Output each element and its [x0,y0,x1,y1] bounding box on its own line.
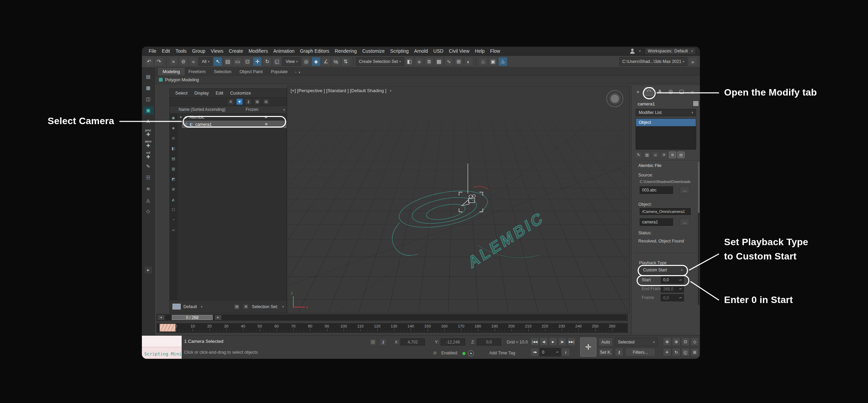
add-time-tag-button[interactable]: Add Time Tag [489,351,515,355]
motion-tab-icon[interactable]: ◎ [666,87,675,96]
select-and-link-icon[interactable]: ∝ [169,57,178,66]
current-frame-field[interactable]: 0 ▴▾ [540,348,561,356]
time-slider-handle[interactable]: 0 / 268 [172,315,213,320]
view-cube[interactable] [606,90,623,107]
go-to-end-button[interactable]: ▶▶| [567,337,576,346]
use-pivot-point-icon[interactable]: ◎ [302,57,311,66]
column-name-header[interactable]: Name (Sorted Ascending) [179,107,225,112]
utilities-tab-icon[interactable]: ☼ [688,87,697,96]
add-selection-set-icon[interactable]: ⊞ [243,303,249,310]
explorer-filter-icon[interactable]: ◧ [171,146,175,151]
user-account-icon[interactable] [630,49,635,54]
caret-down-icon[interactable]: ▾ [283,108,285,112]
maximize-viewport-icon[interactable]: ◱ [681,348,690,356]
next-frame-slider-button[interactable]: ► [215,315,222,320]
view-cube-sphere[interactable] [611,95,619,103]
explorer-filter-icon[interactable]: ◩ [171,177,175,181]
explorer-filter-icon[interactable]: ◔ [172,218,175,222]
track-bar[interactable]: 0102030405060708090100110120130140150160… [157,323,628,333]
navigation-pad-button[interactable]: ✛ [580,337,596,357]
menu-item[interactable]: USD [431,48,446,54]
unlink-selection-icon[interactable]: ⊘ [179,57,188,66]
ribbon-collapse-icon[interactable]: ▾ [298,70,300,74]
dock-misc-icon[interactable]: ◇ [143,207,153,216]
layer-manager-icon[interactable]: ≣ [425,57,433,66]
menu-item[interactable]: Edit [159,48,173,54]
browse-source-button[interactable]: ... [680,186,689,194]
dock-volume-icon[interactable]: vol ✚ [143,151,153,159]
menu-item[interactable]: Flow [487,48,503,54]
select-and-move-icon[interactable]: ✛ [253,57,262,66]
material-editor-icon[interactable]: ◐ [464,57,473,66]
zoom-icon[interactable]: ⊕ [663,337,671,346]
stack-item-object[interactable]: Object [636,119,696,126]
filter-icon[interactable]: ▼ [236,99,243,105]
menu-item[interactable]: Scripting [388,48,411,54]
menu-item[interactable]: Create [226,48,246,54]
menu-item[interactable]: Tools [173,48,190,54]
explorer-menu-item[interactable]: Select [175,90,187,96]
display-tab-icon[interactable]: ▢ [677,87,686,96]
time-tag-lock-icon[interactable]: ● [468,350,474,356]
menu-item[interactable]: Help [472,48,488,54]
undo-icon[interactable]: ↶ [145,57,153,66]
workspaces-dropdown[interactable]: Workspaces: Default ▾ [645,48,696,55]
previous-frame-button[interactable]: ◀| [540,337,548,346]
zoom-extents-icon[interactable]: ⊡ [681,337,690,346]
angle-snap-icon[interactable]: ∠ [322,57,330,66]
select-and-rotate-icon[interactable]: ↻ [263,57,272,66]
menu-item[interactable]: Graph Editors [297,48,332,54]
named-selection-set-dropdown[interactable]: Create Selection Set ▾ [356,57,404,66]
render-production-icon[interactable]: ♨ [498,57,507,66]
dock-populate-icon[interactable]: ☷ [143,173,153,182]
panel-scrollbar[interactable] [698,162,700,305]
menu-item[interactable]: Animation [271,48,297,54]
configure-modifier-sets-icon[interactable]: ⊞ [669,152,676,158]
auto-key-button[interactable]: Auto [599,338,613,346]
tab-object-paint[interactable]: Object Paint [235,68,267,75]
project-folder-dropdown[interactable]: C:\Users\Shad...\3ds Max 2021 ▾ [619,57,687,66]
perspective-viewport[interactable]: x y ALEMBIC [+] [Perspective ] [Standard… [287,86,630,313]
selection-filter-dropdown[interactable]: All ▾ [199,57,212,66]
z-coordinate-field[interactable]: 0,0 [477,338,501,346]
lock-explorer-icon[interactable]: ⚷ [245,99,251,105]
curve-editor-icon[interactable]: ∿ [444,57,453,66]
y-coordinate-field[interactable]: -12,248 [441,338,465,346]
account-caret-icon[interactable]: ▾ [639,49,641,53]
spinner-snap-icon[interactable]: ⇅ [341,57,350,66]
play-animation-button[interactable]: ▶ [549,337,557,346]
snaps-toggle-icon[interactable]: ◈ [312,57,321,66]
rendered-frame-window-icon[interactable]: ▣ [489,57,497,66]
explorer-filter-icon[interactable]: ▤ [171,156,175,161]
menu-item[interactable]: Rendering [332,48,360,54]
dock-scene-icon[interactable]: ▤ [143,72,153,81]
spinner-arrows-icon[interactable]: ▴▾ [556,351,558,353]
column-frozen-header[interactable]: Frozen [246,107,258,112]
make-unique-icon[interactable]: ∪ [652,152,659,158]
tab-selection[interactable]: Selection [210,68,235,75]
align-icon[interactable]: ≡ [415,57,424,66]
modifier-list-dropdown[interactable]: Modifier List ▾ [636,109,696,116]
menu-item[interactable]: File [146,48,159,54]
dock-cat-icon[interactable]: A [143,117,153,126]
caret-down-icon[interactable]: ▾ [201,305,203,308]
time-slider-track[interactable] [166,315,626,320]
mirror-icon[interactable]: ◧ [405,57,414,66]
object-name-field[interactable]: camera1 [638,101,655,106]
ribbon-toggle-icon[interactable]: ▦ [435,57,443,66]
dock-expand-button[interactable]: ▶ [144,266,152,274]
render-setup-icon[interactable]: ♨ [479,57,488,66]
viewport-layout-icon[interactable]: ⊞ [690,348,699,356]
browse-object-button[interactable]: ... [680,218,689,226]
maxscript-input-row[interactable] [142,336,182,347]
caret-down-icon[interactable]: ▾ [390,89,392,93]
tab-populate[interactable]: Populate [267,68,292,75]
dock-layers-icon[interactable]: ▦ [143,84,153,92]
bind-to-space-warp-icon[interactable]: ≈ [189,57,198,66]
pin-stack-icon[interactable]: ✎ [635,152,642,158]
menu-item[interactable]: Customize [359,48,387,54]
previous-frame-slider-button[interactable]: ◄ [158,315,164,320]
explorer-filter-icon[interactable]: ▱ [172,228,175,232]
explorer-filter-icon[interactable]: ☐ [172,207,175,212]
dock-alembic-icon[interactable]: alem ✚ [143,140,153,148]
